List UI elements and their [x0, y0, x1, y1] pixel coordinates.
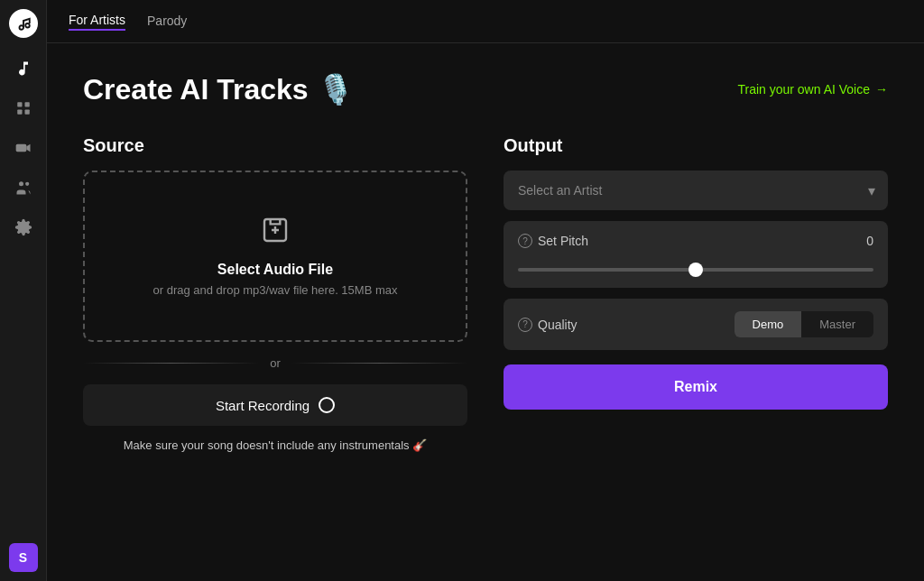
microphone-emoji: 🎙️ — [318, 72, 354, 106]
page-header: Create AI Tracks 🎙️ Train your own AI Vo… — [83, 72, 888, 106]
quality-header: ? Quality Demo Master — [518, 311, 873, 337]
nav-for-artists[interactable]: For Artists — [69, 13, 125, 31]
sidebar-item-users[interactable] — [7, 171, 40, 204]
page-content: Create AI Tracks 🎙️ Train your own AI Vo… — [47, 43, 924, 581]
pitch-value: 0 — [866, 234, 873, 248]
user-avatar[interactable]: S — [9, 543, 38, 572]
divider: or — [83, 356, 467, 370]
main-columns: Source Select Audio File or drag and dro… — [83, 135, 888, 452]
page-title: Create AI Tracks 🎙️ — [83, 72, 354, 106]
source-section: Source Select Audio File or drag and dro… — [83, 135, 467, 452]
quality-label: ? Quality — [518, 318, 578, 332]
record-circle-icon — [319, 397, 335, 413]
svg-point-8 — [25, 182, 29, 186]
dropzone-title: Select Audio File — [217, 262, 333, 278]
artist-select[interactable]: Select an Artist — [504, 171, 888, 210]
sidebar-item-music[interactable] — [7, 52, 40, 85]
quality-master-button[interactable]: Master — [801, 311, 873, 337]
pitch-slider[interactable] — [518, 268, 873, 272]
svg-rect-2 — [17, 102, 22, 106]
source-title: Source — [83, 135, 467, 156]
sidebar-item-dashboard[interactable] — [7, 92, 40, 124]
divider-line-right — [291, 363, 467, 364]
svg-rect-5 — [24, 110, 29, 115]
divider-line-left — [83, 363, 259, 364]
nav-parody[interactable]: Parody — [147, 14, 187, 30]
audio-dropzone[interactable]: Select Audio File or drag and drop mp3/w… — [83, 171, 467, 342]
main-area: For Artists Parody Create AI Tracks 🎙️ T… — [47, 0, 924, 581]
artist-select-wrapper: Select an Artist ▾ — [504, 171, 888, 210]
svg-point-7 — [19, 181, 23, 186]
svg-point-1 — [25, 23, 30, 28]
pitch-help-icon[interactable]: ? — [518, 234, 532, 248]
svg-rect-3 — [24, 102, 29, 106]
start-recording-button[interactable]: Start Recording — [83, 384, 467, 426]
dropzone-subtitle: or drag and drop mp3/wav file here. 15MB… — [153, 283, 398, 297]
output-title: Output — [504, 135, 888, 156]
sidebar: S — [0, 0, 47, 581]
quality-toggle: Demo Master — [735, 311, 873, 337]
output-section: Output Select an Artist ▾ ? Set Pitch 0 — [504, 135, 888, 410]
warning-text: Make sure your song doesn't include any … — [83, 438, 467, 452]
sidebar-item-video[interactable] — [7, 132, 40, 164]
upload-icon — [261, 216, 290, 251]
svg-rect-6 — [15, 144, 26, 152]
quality-control: ? Quality Demo Master — [504, 299, 888, 350]
quality-demo-button[interactable]: Demo — [735, 311, 802, 337]
divider-text: or — [270, 356, 281, 370]
pitch-label: ? Set Pitch — [518, 234, 588, 248]
app-logo[interactable] — [9, 9, 38, 38]
sidebar-item-settings[interactable] — [7, 211, 40, 244]
pitch-header: ? Set Pitch 0 — [518, 234, 873, 248]
arrow-icon: → — [875, 82, 888, 97]
quality-help-icon[interactable]: ? — [518, 318, 532, 332]
train-voice-link[interactable]: Train your own AI Voice → — [737, 82, 888, 97]
remix-button[interactable]: Remix — [504, 364, 888, 410]
svg-rect-4 — [17, 110, 22, 115]
top-navigation: For Artists Parody — [47, 0, 924, 43]
pitch-control: ? Set Pitch 0 — [504, 221, 888, 288]
